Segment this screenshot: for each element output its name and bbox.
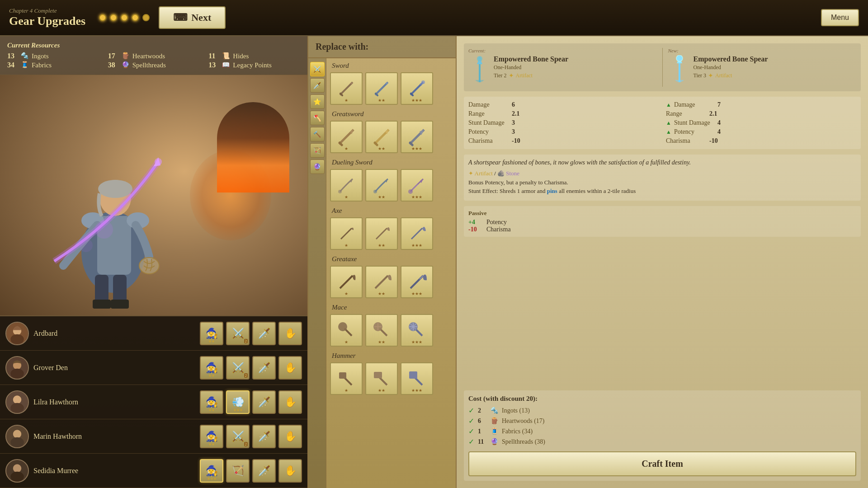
- slot-lilra-3[interactable]: 🗡️: [252, 390, 276, 414]
- greatsword-t2[interactable]: ★★: [365, 121, 398, 153]
- craft-item-button[interactable]: Craft Item: [468, 451, 856, 476]
- dueling-t1[interactable]: ★: [330, 169, 363, 202]
- slot-sedidia-1[interactable]: 🧙★★★: [200, 459, 223, 483]
- dueling-label: Dueling Sword: [330, 159, 452, 166]
- check-heartwoods: ✓: [468, 417, 474, 425]
- category-greataxe: Greataxe ★ ★★ ★★★: [330, 255, 452, 298]
- filter-mace[interactable]: 🔨: [310, 127, 325, 141]
- slot-marin-2[interactable]: ⚔️2: [226, 425, 250, 448]
- dot-1: [99, 14, 106, 21]
- party-row-lilra[interactable]: Lilra Hawthorn 🧙★★ 💨★★★ 🗡️ ✋: [0, 385, 307, 419]
- sword-t2[interactable]: ★★: [365, 72, 398, 105]
- slot-ardbard-1[interactable]: 🧙★★: [200, 322, 223, 345]
- dot-4: [132, 14, 139, 21]
- slot-grover-2[interactable]: ⚔️2: [226, 356, 250, 380]
- party-row-marin[interactable]: Marin Hawthorn 🧙★★ ⚔️2 🗡️ ✋: [0, 419, 307, 454]
- cost-title: Cost (with discount 20):: [468, 395, 856, 403]
- stats-compare: Damage 6 ▲ Damage 7 Range 2.1 Range 2.1 …: [464, 97, 861, 149]
- slot-ardbard-2[interactable]: ⚔️2: [226, 322, 250, 345]
- cost-section: Cost (with discount 20): ✓ 2 🔩 Ingots (1…: [464, 390, 861, 481]
- replace-header: Replace with:: [308, 36, 456, 58]
- sword-t3[interactable]: ★★★: [401, 72, 433, 105]
- greataxe-t1[interactable]: ★: [330, 266, 363, 298]
- axe-t2[interactable]: ★★: [365, 217, 398, 250]
- stone-trait-label: 🪨 Stone: [497, 170, 519, 177]
- trait-line: ✦ Artifact / 🪨 Stone: [468, 170, 856, 177]
- hammer-t1[interactable]: ★: [330, 362, 363, 395]
- mace-t1[interactable]: ★: [330, 314, 363, 347]
- next-icon: ⌨: [173, 12, 188, 23]
- sword-label: Sword: [330, 62, 452, 70]
- sword-t1[interactable]: ★: [330, 72, 363, 105]
- new-label: New:: [668, 48, 857, 53]
- hides-icon: 📜: [222, 52, 230, 60]
- hammer-t3[interactable]: ★★★: [401, 362, 433, 395]
- hammer-t2[interactable]: ★★: [365, 362, 398, 395]
- dueling-t2[interactable]: ★★: [365, 169, 398, 202]
- menu-button[interactable]: Menu: [821, 9, 859, 26]
- category-greatsword: Greatsword ★ ★★ ★★★: [330, 110, 452, 153]
- slot-marin-1[interactable]: 🧙★★: [200, 425, 223, 448]
- party-row-ardbard[interactable]: Ardbard 🧙★★ ⚔️2 🗡️ ✋: [0, 316, 307, 351]
- new-artifact-diamond: ✦: [708, 72, 713, 80]
- slot-lilra-4[interactable]: ✋: [278, 390, 302, 414]
- next-button[interactable]: ⌨ Next: [159, 6, 226, 29]
- mid-panel: Replace with: ⚔️ 🗡️ ⭐ 🪓 🔨 🏹 🔮 Sword: [307, 36, 457, 488]
- stat-damage-left: Damage 6: [468, 101, 659, 108]
- slot-sedidia-2[interactable]: 🏹: [226, 459, 250, 483]
- mace-items: ★ ★★ ★★★: [330, 314, 452, 347]
- slot-grover-3[interactable]: 🗡️: [252, 356, 276, 380]
- ingots-icon-cost: 🔩: [491, 407, 498, 414]
- weapon-filter-col: ⚔️ 🗡️ ⭐ 🪓 🔨 🏹 🔮: [308, 58, 326, 488]
- filter-slash[interactable]: 🗡️: [310, 78, 325, 93]
- slot-ardbard-4[interactable]: ✋: [278, 322, 302, 345]
- filter-bow[interactable]: 🏹: [310, 143, 325, 158]
- avatar-ardbard: [5, 322, 29, 345]
- slot-marin-3[interactable]: 🗡️: [252, 425, 276, 448]
- greataxe-label: Greataxe: [330, 255, 452, 263]
- axe-t3[interactable]: ★★★: [401, 217, 433, 250]
- slot-grover-1[interactable]: 🧙★★: [200, 356, 223, 380]
- new-name: Empowered Bone Spear: [693, 55, 768, 63]
- fabrics-icon: 🧵: [21, 61, 29, 69]
- slot-ardbard-3[interactable]: 🗡️: [252, 322, 276, 345]
- slot-lilra-1[interactable]: 🧙★★: [200, 390, 223, 414]
- greataxe-items: ★ ★★ ★★★: [330, 266, 452, 298]
- slot-sedidia-4[interactable]: ✋: [278, 459, 302, 483]
- new-icon: [668, 55, 691, 87]
- filter-magic[interactable]: 🔮: [310, 160, 325, 174]
- left-panel: Current Resources 13 🔩 Ingots 17 🪵 Heart…: [0, 36, 307, 488]
- party-row-grover[interactable]: Grover Den 🧙★★ ⚔️2 🗡️ ✋: [0, 351, 307, 385]
- mace-t2[interactable]: ★★: [365, 314, 398, 347]
- filter-sword[interactable]: ⚔️: [310, 62, 325, 76]
- party-list: Ardbard 🧙★★ ⚔️2 🗡️ ✋ Grove: [0, 315, 307, 488]
- axe-t1[interactable]: ★: [330, 217, 363, 250]
- category-mace: Mace ★ ★★ ★★★: [330, 304, 452, 347]
- greataxe-t2[interactable]: ★★: [365, 266, 398, 298]
- progress-dots: [99, 14, 150, 21]
- spellthreads-icon-cost: 🔮: [491, 438, 498, 446]
- slot-lilra-2[interactable]: 💨★★★: [226, 390, 250, 414]
- slot-sedidia-3[interactable]: 🗡️: [252, 459, 276, 483]
- greataxe-t3[interactable]: ★★★: [401, 266, 433, 298]
- avatar-sedidia: [5, 459, 29, 483]
- slot-marin-4[interactable]: ✋: [278, 425, 302, 448]
- item-description: A shortspear fashioned of bones, it now …: [464, 155, 861, 201]
- ingots-label: Ingots: [32, 52, 49, 60]
- passive-row-charisma: -10 Charisma: [468, 226, 856, 233]
- greatsword-t3[interactable]: ★★★: [401, 121, 433, 153]
- filter-star[interactable]: ⭐: [310, 94, 325, 109]
- weapon-scroll[interactable]: Sword ★ ★★ ★★★: [326, 58, 456, 488]
- filter-axe[interactable]: 🪓: [310, 111, 325, 125]
- greatsword-t1[interactable]: ★: [330, 121, 363, 153]
- item-current-col: Current: Empowered Bone Spear One-Handed: [468, 48, 657, 87]
- party-row-sedidia[interactable]: Sedidia Murree 🧙★★★ 🏹 🗡️ ✋: [0, 454, 307, 488]
- current-name: Empowered Bone Spear: [494, 55, 568, 63]
- svg-point-81: [477, 56, 482, 61]
- resources-title: Current Resources: [7, 42, 300, 49]
- resources-grid: 13 🔩 Ingots 17 🪵 Heartwoods 11 📜 Hides 3…: [7, 52, 300, 69]
- mace-t3[interactable]: ★★★: [401, 314, 433, 347]
- slot-grover-4[interactable]: ✋: [278, 356, 302, 380]
- svg-point-12: [139, 258, 159, 274]
- dueling-t3[interactable]: ★★★: [401, 169, 433, 202]
